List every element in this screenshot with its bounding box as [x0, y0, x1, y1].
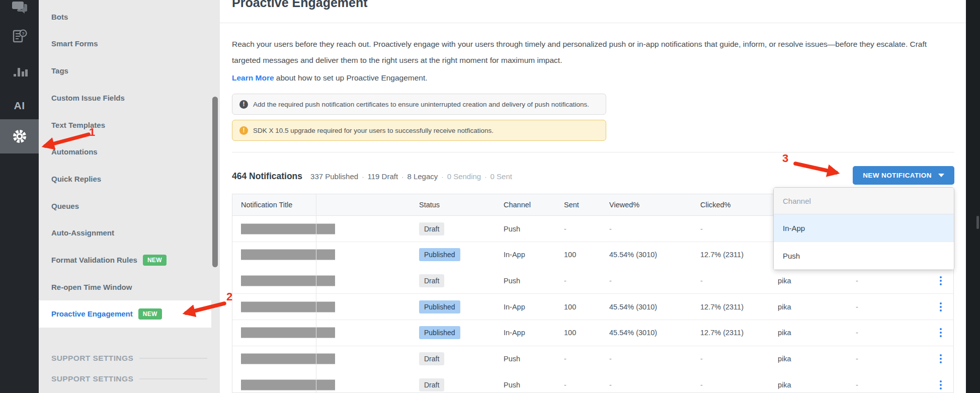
viewed-cell: 45.54% (3010) [609, 303, 657, 311]
redacted-title-bar [241, 354, 335, 364]
extra-cell: - [856, 355, 858, 363]
sidebar-item-automations[interactable]: Automations [39, 138, 211, 166]
sidebar-item-re-open-time-window[interactable]: Re-open Time Window [39, 273, 211, 300]
banner-text: Add the required push notification certi… [253, 101, 589, 108]
stat-item: 337 Published [310, 172, 358, 181]
table-row[interactable]: PublishedIn-App10045.54% (3010)12.7% (23… [232, 294, 953, 320]
ai-icon: AI [14, 100, 25, 112]
sidebar-item-label: Bots [51, 13, 68, 21]
stats-separator: · [484, 173, 486, 181]
extra-cell: - [856, 303, 858, 311]
channel-cell: Push [504, 355, 520, 363]
stats-separator: · [362, 173, 364, 181]
redacted-title-bar [241, 328, 335, 338]
sidebar-item-faqs[interactable]: ? [0, 23, 39, 49]
sidebar-item-custom-issue-fields[interactable]: Custom Issue Fields [39, 84, 211, 111]
extra-cell: - [856, 329, 858, 337]
dropdown-item-in-app[interactable]: In-App [774, 214, 954, 242]
sidebar-item-auto-assignment[interactable]: Auto-Assignment [39, 219, 211, 247]
row-menu-icon[interactable] [938, 326, 944, 339]
conversations-icon [11, 0, 29, 17]
redacted-title-bar [241, 250, 335, 260]
sidebar-item-proactive-engagement[interactable]: Proactive EngagementNEW [39, 300, 211, 328]
kebab-dot [940, 354, 942, 356]
sidebar-item-label: Tags [51, 66, 68, 75]
kebab-dot [940, 332, 942, 334]
sidebar-item-ai[interactable]: AI [0, 93, 39, 119]
sidebar-item-label: Smart Forms [51, 39, 98, 48]
section-divider [232, 152, 954, 152]
stat-item: 8 Legacy [407, 172, 438, 181]
sidebar-item-conversations[interactable] [0, 0, 39, 21]
learn-more-rest: about how to set up Proactive Engagement… [274, 73, 428, 82]
sdk-upgrade-banner: ! SDK X 10.5 upgrade required for your u… [232, 120, 606, 141]
notifications-count: 464 Notifications [232, 171, 302, 182]
sidebar-item-label: Proactive Engagement [51, 309, 133, 318]
kebab-dot [940, 280, 942, 282]
sent-cell: - [564, 381, 566, 389]
column-header-channel: Channel [504, 194, 531, 216]
kebab-dot [940, 387, 942, 389]
clicked-cell: - [700, 277, 703, 285]
row-menu-icon[interactable] [938, 352, 944, 365]
sent-cell: 100 [564, 303, 576, 311]
annotation-label-3: 3 [782, 152, 788, 165]
settings-sidebar: BotsSmart FormsTagsCustom Issue FieldsTe… [39, 0, 220, 393]
table-row[interactable]: DraftPush---pika- [232, 346, 953, 372]
analytics-icon [11, 63, 29, 80]
sidebar-item-label: Custom Issue Fields [51, 94, 125, 102]
sidebar-item-smart-forms[interactable]: Smart Forms [39, 30, 211, 57]
status-badge: Published [419, 248, 460, 261]
sidebar-item-text-templates[interactable]: Text Templates [39, 111, 211, 138]
kebab-dot [940, 306, 942, 308]
page-description: Reach your users before they reach out. … [232, 36, 955, 68]
new-badge: NEW [138, 308, 162, 320]
sidebar-item-tags[interactable]: Tags [39, 57, 211, 85]
new-notification-label: NEW NOTIFICATION [863, 172, 932, 179]
learn-more-line: Learn More about how to set up Proactive… [232, 73, 428, 83]
clicked-cell: 12.7% (2311) [700, 303, 744, 311]
sidebar-section-header: SUPPORT SETTINGS [51, 371, 207, 386]
settings-gear-icon [11, 127, 29, 145]
sidebar-item-label: Text Templates [51, 121, 105, 129]
section-header-label: SUPPORT SETTINGS [51, 374, 133, 383]
warning-circle-icon: ! [239, 126, 248, 135]
proactive-engagement-page: ? AI BotsSmart FormsTagsCustom Issue Fie… [0, 0, 980, 393]
channel-cell: In-App [504, 303, 525, 311]
sidebar-item-quick-replies[interactable]: Quick Replies [39, 165, 211, 192]
row-menu-icon[interactable] [938, 378, 944, 391]
sidebar-item-analytics[interactable] [0, 58, 39, 85]
kebab-dot [940, 335, 942, 337]
viewed-cell: 45.54% (3010) [609, 329, 657, 337]
sent-cell: 100 [564, 329, 576, 337]
sent-cell: 100 [564, 251, 576, 259]
sidebar-scrollbar-thumb[interactable] [212, 97, 218, 267]
column-header-sent: Sent [564, 194, 579, 216]
svg-text:?: ? [22, 31, 25, 36]
sidebar-item-bots[interactable]: Bots [39, 3, 211, 30]
row-menu-icon[interactable] [938, 274, 944, 287]
viewed-cell: - [609, 225, 612, 233]
banner-text: SDK X 10.5 upgrade required for your use… [253, 127, 494, 134]
sidebar-item-label: Format Validation Rules [51, 256, 137, 264]
new-notification-button[interactable]: NEW NOTIFICATION [853, 166, 954, 185]
status-badge: Draft [419, 222, 444, 235]
right-scrollbar-thumb[interactable] [976, 216, 979, 229]
sent-cell: - [564, 355, 566, 363]
table-row[interactable]: DraftPush---pika- [232, 268, 953, 294]
dropdown-item-push[interactable]: Push [774, 242, 954, 270]
sidebar-item-label: Queues [51, 202, 79, 210]
column-header-viewed-: Viewed% [609, 194, 639, 216]
channel-cell: In-App [504, 251, 525, 259]
kebab-dot [940, 361, 942, 363]
kebab-dot [940, 276, 942, 278]
table-row[interactable]: DraftPush---pika- [232, 372, 953, 393]
channel-cell: Push [504, 225, 520, 233]
header-divider [220, 23, 966, 23]
table-row[interactable]: PublishedIn-App10045.54% (3010)12.7% (23… [232, 320, 953, 346]
row-menu-icon[interactable] [938, 300, 944, 313]
sidebar-item-queues[interactable]: Queues [39, 192, 211, 219]
sidebar-item-settings[interactable] [0, 119, 39, 153]
sidebar-item-format-validation-rules[interactable]: Format Validation RulesNEW [39, 247, 211, 274]
learn-more-link[interactable]: Learn More [232, 73, 274, 82]
